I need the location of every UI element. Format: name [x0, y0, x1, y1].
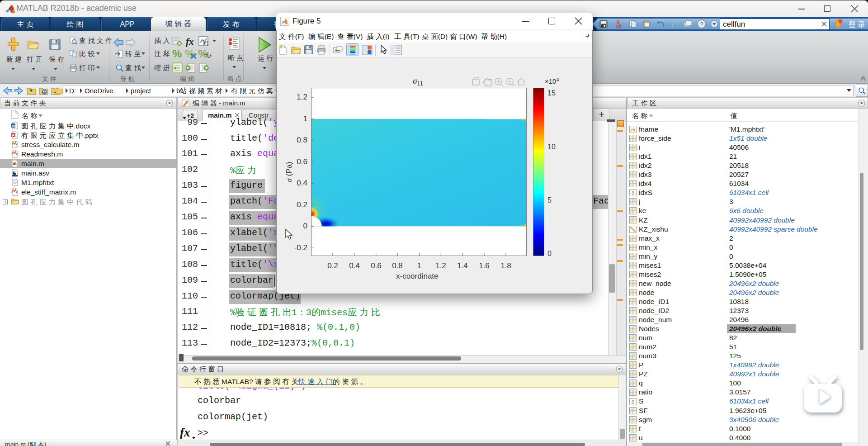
svg-text:{}: {}: [632, 400, 634, 404]
svg-text:P: P: [12, 133, 15, 138]
svg-text:W: W: [12, 124, 15, 128]
svg-text:{}: {}: [632, 191, 634, 195]
svg-text:?: ?: [700, 21, 703, 28]
svg-text:ch: ch: [631, 128, 635, 132]
